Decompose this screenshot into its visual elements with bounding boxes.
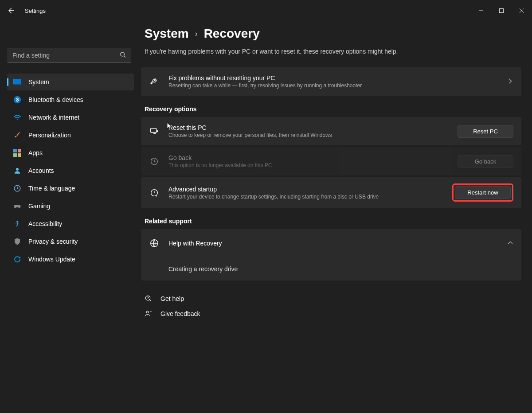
minimize-icon <box>479 8 483 13</box>
section-heading-related: Related support <box>145 218 521 225</box>
help-icon <box>145 295 153 303</box>
wifi-icon <box>13 113 21 121</box>
arrow-left-icon <box>7 7 14 14</box>
restart-now-button[interactable]: Restart now <box>455 186 511 199</box>
breadcrumb: System › Recovery <box>145 27 521 41</box>
sidebar-item-accounts[interactable]: Accounts <box>7 162 134 179</box>
svg-point-15 <box>18 206 19 206</box>
reset-icon <box>149 126 160 136</box>
game-icon <box>13 202 21 210</box>
close-button[interactable] <box>512 4 532 18</box>
link-creating-recovery-drive[interactable]: Creating a recovery drive <box>141 257 521 281</box>
svg-rect-1 <box>500 9 504 13</box>
access-icon <box>13 220 21 228</box>
card-reset-this-pc: Reset this PCChoose to keep or remove yo… <box>141 117 521 145</box>
sidebar-item-apps[interactable]: Apps <box>7 144 134 161</box>
sidebar-item-network-internet[interactable]: Network & internet <box>7 109 134 126</box>
footer-link-label: Give feedback <box>160 310 200 317</box>
card-desc: Restart your device to change startup se… <box>168 194 445 200</box>
footer-link-get-help[interactable]: Get help <box>145 291 521 306</box>
apps-icon <box>13 149 21 157</box>
svg-point-8 <box>14 96 21 104</box>
svg-rect-11 <box>13 153 17 157</box>
chevron-up-icon <box>507 240 513 247</box>
card-desc: Resetting can take a while — first, try … <box>168 82 500 89</box>
sidebar-item-label: Gaming <box>28 203 50 210</box>
search-icon <box>120 52 126 59</box>
window-controls <box>471 4 532 18</box>
section-heading-recovery: Recovery options <box>145 105 521 113</box>
sidebar-item-label: Time & language <box>28 185 75 192</box>
sidebar-item-label: Accounts <box>28 167 54 174</box>
wrench-icon <box>149 76 160 87</box>
sidebar-item-bluetooth-devices[interactable]: Bluetooth & devices <box>7 91 134 108</box>
app-title: Settings <box>25 8 46 14</box>
sidebar-item-label: Accessibility <box>28 220 62 227</box>
main-content: System › Recovery If you're having probl… <box>137 21 532 413</box>
person-icon <box>13 167 21 175</box>
sync-icon <box>13 255 21 263</box>
card-title: Fix problems without resetting your PC <box>168 74 500 82</box>
page-subtitle: If you're having problems with your PC o… <box>145 48 521 55</box>
svg-point-4 <box>121 52 125 56</box>
svg-line-5 <box>124 56 126 58</box>
back-button[interactable] <box>4 4 17 17</box>
reset-pc-button[interactable]: Reset PC <box>458 125 513 138</box>
card-desc: This option is no longer available on th… <box>168 162 450 168</box>
maximize-button[interactable] <box>491 4 512 18</box>
sidebar-item-label: System <box>28 78 49 86</box>
power-icon <box>149 187 160 198</box>
system-icon <box>13 78 21 86</box>
sidebar-item-label: Network & internet <box>28 114 79 121</box>
sidebar-item-label: Bluetooth & devices <box>28 96 83 103</box>
sidebar-item-accessibility[interactable]: Accessibility <box>7 215 134 232</box>
svg-point-13 <box>16 168 19 171</box>
sidebar-item-gaming[interactable]: Gaming <box>7 198 134 214</box>
globe-icon <box>149 238 160 249</box>
card-title: Help with Recovery <box>168 240 500 247</box>
close-icon <box>520 8 524 13</box>
breadcrumb-current: Recovery <box>204 27 260 41</box>
minimize-button[interactable] <box>471 4 491 18</box>
search-input[interactable] <box>7 48 131 63</box>
chevron-right-icon: › <box>195 29 198 39</box>
footer-link-label: Get help <box>160 295 184 302</box>
card-desc: Choose to keep or remove your personal f… <box>168 132 450 138</box>
sidebar-item-windows-update[interactable]: Windows Update <box>7 251 134 268</box>
sidebar-item-personalization[interactable]: Personalization <box>7 127 134 144</box>
history-icon <box>149 156 160 167</box>
svg-point-17 <box>17 221 18 222</box>
sidebar: SystemBluetooth & devicesNetwork & inter… <box>0 21 137 413</box>
svg-rect-10 <box>18 149 21 152</box>
svg-point-16 <box>19 206 20 207</box>
card-go-back: Go backThis option is no longer availabl… <box>141 147 521 175</box>
chevron-right-icon <box>507 78 513 86</box>
go-back-button: Go back <box>458 155 513 168</box>
footer-link-give-feedback[interactable]: Give feedback <box>145 306 521 321</box>
sidebar-item-label: Privacy & security <box>28 238 78 245</box>
bluetooth-icon <box>13 96 21 104</box>
sidebar-item-label: Apps <box>28 149 43 156</box>
highlight-box: Restart now <box>452 183 513 202</box>
feedback-icon <box>145 310 153 318</box>
sidebar-item-privacy-security[interactable]: Privacy & security <box>7 233 134 250</box>
card-help-recovery[interactable]: Help with Recovery <box>141 229 521 257</box>
sidebar-item-system[interactable]: System <box>7 74 134 90</box>
card-advanced-startup: Advanced startupRestart your device to c… <box>141 177 521 208</box>
card-title: Reset this PC <box>168 124 450 131</box>
maximize-icon <box>499 8 504 13</box>
shield-icon <box>13 238 21 245</box>
breadcrumb-parent[interactable]: System <box>145 27 189 41</box>
sidebar-item-label: Personalization <box>28 132 71 139</box>
search-container <box>7 48 131 63</box>
clock-icon <box>13 184 21 192</box>
svg-rect-6 <box>13 79 21 84</box>
svg-point-22 <box>147 311 149 313</box>
sidebar-item-time-language[interactable]: Time & language <box>7 180 134 197</box>
titlebar: Settings <box>0 0 532 21</box>
card-title: Advanced startup <box>168 186 445 193</box>
svg-rect-12 <box>18 153 21 157</box>
nav-list: SystemBluetooth & devicesNetwork & inter… <box>7 74 134 268</box>
card-troubleshooter[interactable]: Fix problems without resetting your PC R… <box>141 67 521 96</box>
svg-rect-9 <box>13 149 17 152</box>
